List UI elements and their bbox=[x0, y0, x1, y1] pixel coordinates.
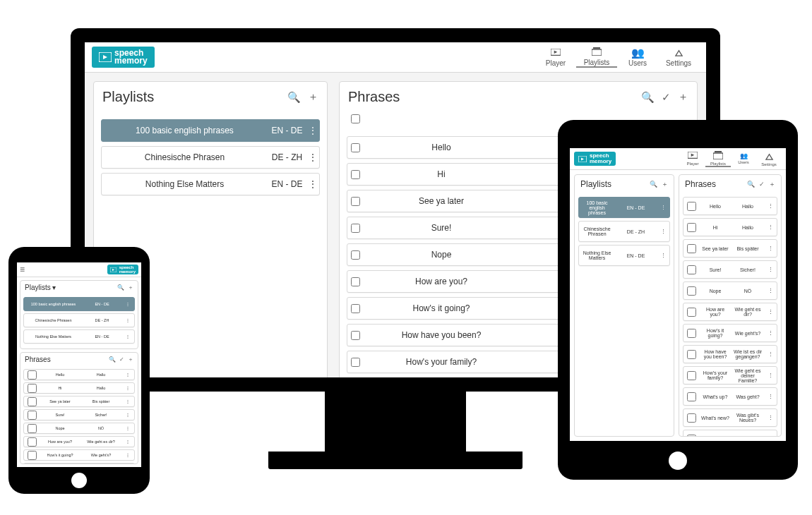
hamburger-icon[interactable]: ≡ bbox=[20, 265, 25, 274]
more-icon[interactable] bbox=[121, 372, 134, 377]
phrase-checkbox[interactable] bbox=[687, 392, 696, 401]
phrase-row[interactable]: HiHallo bbox=[683, 218, 777, 236]
home-button[interactable] bbox=[669, 452, 687, 470]
nav-player[interactable]: Player bbox=[535, 47, 576, 68]
nav-playlists[interactable]: Playlists bbox=[576, 47, 617, 68]
more-icon[interactable] bbox=[306, 179, 319, 189]
phrase-row[interactable]: How's it going?Wie geht's? bbox=[23, 449, 135, 461]
playlist-row[interactable]: 100 basic english phrasesEN - DE bbox=[101, 119, 320, 142]
more-icon[interactable] bbox=[121, 399, 134, 404]
playlist-row[interactable]: 100 basic english phrasesEN - DE bbox=[23, 297, 135, 311]
phrase-checkbox[interactable] bbox=[351, 197, 360, 206]
more-icon[interactable] bbox=[764, 267, 777, 272]
brand-logo[interactable]: speechmemory bbox=[92, 47, 155, 68]
nav-settings[interactable]: Settings bbox=[756, 151, 782, 167]
add-icon[interactable]: ＋ bbox=[769, 180, 775, 189]
playlist-row[interactable]: Chinesische PhrasenDE - ZH bbox=[101, 146, 320, 169]
brand-logo[interactable]: speechmemory bbox=[574, 152, 616, 166]
search-icon[interactable]: 🔍 bbox=[650, 181, 657, 188]
phrase-row[interactable]: How are you?Wie geht es dir? bbox=[683, 303, 777, 321]
phrase-checkbox[interactable] bbox=[351, 143, 360, 152]
playlist-row[interactable]: Nothing Else MattersEN - DE bbox=[101, 173, 320, 195]
more-icon[interactable] bbox=[764, 288, 777, 293]
playlist-row[interactable]: 100 basic english phrasesEN - DE bbox=[578, 197, 670, 218]
check-icon[interactable]: ✓ bbox=[662, 91, 671, 104]
phrase-checkbox[interactable] bbox=[687, 371, 696, 380]
phrase-row[interactable]: HelloHallo bbox=[23, 369, 135, 380]
phrase-checkbox[interactable] bbox=[351, 277, 360, 286]
more-icon[interactable] bbox=[764, 203, 777, 209]
search-icon[interactable]: 🔍 bbox=[287, 91, 301, 104]
add-icon[interactable]: ＋ bbox=[128, 284, 133, 291]
nav-users[interactable]: 👥Users bbox=[731, 151, 756, 167]
phrase-checkbox[interactable] bbox=[687, 244, 696, 253]
search-icon[interactable]: 🔍 bbox=[747, 181, 755, 188]
nav-users[interactable]: 👥Users bbox=[617, 47, 658, 68]
search-icon[interactable]: 🔍 bbox=[109, 356, 116, 363]
phrase-checkbox[interactable] bbox=[28, 424, 37, 433]
more-icon[interactable] bbox=[121, 318, 134, 322]
phrase-row[interactable]: NopeNÖ bbox=[683, 281, 777, 300]
more-icon[interactable] bbox=[657, 253, 669, 258]
phrase-checkbox[interactable] bbox=[687, 350, 696, 359]
phrase-checkbox[interactable] bbox=[351, 358, 360, 367]
phrase-checkbox[interactable] bbox=[28, 397, 37, 406]
phrase-checkbox[interactable] bbox=[687, 286, 696, 296]
more-icon[interactable] bbox=[306, 126, 319, 135]
more-icon[interactable] bbox=[764, 309, 777, 315]
playlist-row[interactable]: Chinesische PhrasenDE - ZH bbox=[578, 221, 670, 242]
phrase-row[interactable]: HelloHallo bbox=[683, 197, 777, 215]
playlist-row[interactable]: Chinesische PhrasenDE - ZH bbox=[23, 313, 135, 327]
playlist-row[interactable]: Nothing Else MattersEN - DE bbox=[578, 245, 670, 266]
phrase-checkbox[interactable] bbox=[351, 304, 360, 313]
nav-player[interactable]: Player bbox=[680, 151, 705, 167]
phrase-checkbox[interactable] bbox=[351, 170, 360, 179]
more-icon[interactable] bbox=[764, 394, 777, 399]
phrase-row[interactable]: See ya laterBis später bbox=[23, 396, 135, 407]
more-icon[interactable] bbox=[657, 229, 669, 234]
phrase-checkbox[interactable] bbox=[687, 265, 696, 274]
more-icon[interactable] bbox=[121, 334, 134, 339]
home-button[interactable] bbox=[71, 473, 87, 488]
phrase-row[interactable]: NopeNÖ bbox=[23, 423, 135, 434]
more-icon[interactable] bbox=[121, 386, 134, 390]
phrase-row[interactable]: Sure!Sicher! bbox=[23, 409, 135, 420]
phrase-row[interactable]: How are you?Wie geht es dir? bbox=[23, 436, 135, 447]
more-icon[interactable] bbox=[121, 426, 134, 430]
playlist-row[interactable]: Nothing Else MattersEN - DE bbox=[23, 329, 135, 344]
more-icon[interactable] bbox=[764, 330, 777, 336]
phrase-checkbox[interactable] bbox=[28, 451, 37, 460]
phrase-row[interactable]: How's it going?Wie geht's? bbox=[683, 324, 777, 342]
phrase-row[interactable]: Sure!Sicher! bbox=[683, 260, 777, 279]
search-icon[interactable]: 🔍 bbox=[641, 91, 655, 104]
check-icon[interactable]: ✓ bbox=[759, 181, 765, 188]
phrase-checkbox[interactable] bbox=[28, 411, 37, 420]
phrase-row[interactable]: How have you been?Wie ist es dir gegange… bbox=[23, 463, 135, 464]
more-icon[interactable] bbox=[306, 152, 319, 162]
phrase-checkbox[interactable] bbox=[687, 329, 696, 338]
more-icon[interactable] bbox=[764, 224, 777, 230]
more-icon[interactable] bbox=[121, 440, 134, 444]
check-icon[interactable]: ✓ bbox=[119, 356, 124, 363]
add-icon[interactable]: ＋ bbox=[128, 356, 133, 363]
phrase-row[interactable]: See ya laterBis später bbox=[683, 239, 777, 258]
phrase-checkbox[interactable] bbox=[687, 223, 696, 232]
add-icon[interactable]: ＋ bbox=[308, 90, 318, 104]
phrase-row[interactable]: How have you been?Wie ist es dir gegange… bbox=[683, 345, 777, 363]
more-icon[interactable] bbox=[121, 302, 134, 306]
phrase-checkbox[interactable] bbox=[687, 202, 696, 211]
more-icon[interactable] bbox=[764, 415, 777, 420]
more-icon[interactable] bbox=[764, 372, 777, 378]
more-icon[interactable] bbox=[121, 413, 134, 417]
nav-playlists[interactable]: Playlists bbox=[705, 151, 731, 167]
select-all-checkbox[interactable] bbox=[351, 114, 360, 123]
more-icon[interactable] bbox=[764, 246, 777, 251]
phrase-checkbox[interactable] bbox=[28, 370, 37, 380]
search-icon[interactable]: 🔍 bbox=[117, 284, 124, 291]
phrase-checkbox[interactable] bbox=[28, 384, 37, 393]
phrase-checkbox[interactable] bbox=[351, 331, 360, 340]
more-icon[interactable] bbox=[657, 205, 669, 210]
phrase-checkbox[interactable] bbox=[687, 413, 696, 423]
add-icon[interactable]: ＋ bbox=[662, 180, 668, 189]
phrase-checkbox[interactable] bbox=[28, 437, 37, 447]
